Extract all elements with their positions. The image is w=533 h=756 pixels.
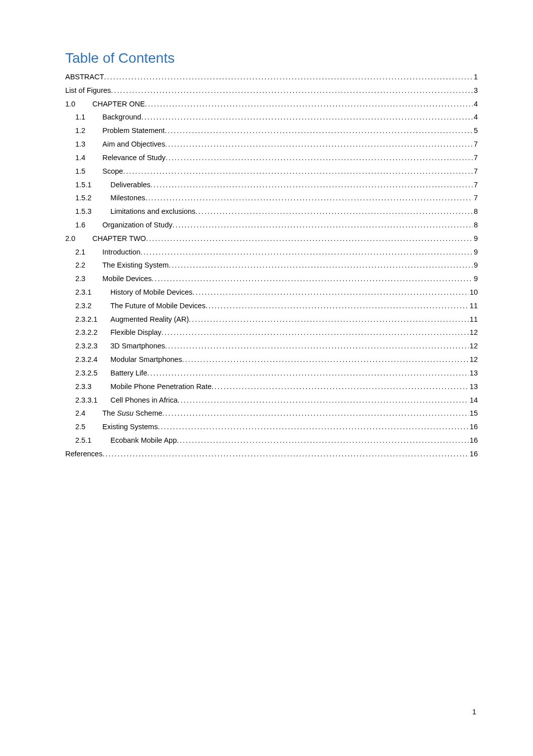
toc-entry-page: 12 [469,339,478,353]
toc-entry-page: 9 [473,245,478,259]
toc-entry[interactable]: 1.5Scope7 [65,165,478,178]
toc-entry-label: Aim and Objectives [102,138,165,151]
toc-leader-dots [145,191,473,205]
toc-entry-number: 2.4 [75,407,102,420]
toc-entry-number: 1.5.2 [75,191,110,205]
toc-entry-number: 2.3.2.3 [75,339,110,353]
toc-leader-dots [162,326,469,339]
toc-leader-dots [141,110,473,124]
toc-entry-number: 2.5.1 [75,434,110,447]
toc-leader-dots [146,232,473,245]
toc-entry[interactable]: 2.3.2.4Modular Smartphones12 [65,353,478,366]
toc-leader-dots [104,70,473,84]
toc-leader-dots [193,286,469,299]
toc-entry-label: Cell Phones in Africa [110,394,178,407]
toc-entry[interactable]: 2.4The Susu Scheme15 [65,407,478,420]
toc-entry-label: List of Figures [65,84,111,97]
toc-leader-dots [158,420,468,434]
toc-entry-label: Battery Life [110,366,147,380]
toc-entry-number: 1.2 [75,124,102,138]
toc-entry-page: 4 [473,97,478,111]
toc-entry-page: 8 [473,205,478,218]
toc-entry-page: 3 [473,84,478,97]
toc-entry-label: Deliverables [110,178,151,192]
toc-entry[interactable]: 1.0CHAPTER ONE4 [65,97,478,111]
toc-entry-page: 13 [469,366,478,380]
toc-entry-number: 1.4 [75,151,102,165]
toc-leader-dots [151,178,473,192]
toc-entry-label: Augmented Reality (AR) [110,313,189,326]
toc-entry[interactable]: 2.1Introduction9 [65,245,478,259]
toc-entry[interactable]: 2.5Existing Systems16 [65,420,478,434]
toc-leader-dots [141,245,473,259]
toc-entry-page: 15 [469,407,478,420]
toc-entry-page: 9 [473,272,478,286]
toc-entry-number: 2.3 [75,272,102,286]
toc-leader-dots [178,394,469,407]
toc-entry-number: 1.5.3 [75,205,110,218]
toc-leader-dots [165,124,473,138]
toc-entry[interactable]: 2.3.2.5Battery Life13 [65,366,478,380]
toc-leader-dots [165,339,469,353]
document-page: Table of Contents ABSTRACT1List of Figur… [0,0,533,481]
toc-entry[interactable]: 2.3Mobile Devices9 [65,272,478,286]
toc-entry[interactable]: 1.1Background4 [65,110,478,124]
toc-entry-label: Relevance of Study [102,151,166,165]
toc-entry-number: 2.0 [65,232,92,245]
toc-entry[interactable]: 2.5.1Ecobank Mobile App16 [65,434,478,447]
toc-entry[interactable]: 2.3.2The Future of Mobile Devices11 [65,299,478,313]
toc-list: ABSTRACT1List of Figures31.0CHAPTER ONE4… [65,70,478,461]
toc-entry-page: 16 [469,447,478,461]
toc-entry-label: CHAPTER ONE [92,97,145,111]
toc-entry[interactable]: 2.3.2.33D Smartphones12 [65,339,478,353]
toc-entry[interactable]: 1.5.1Deliverables7 [65,178,478,192]
toc-entry[interactable]: List of Figures3 [65,84,478,97]
toc-entry-page: 4 [473,110,478,124]
toc-leader-dots [189,313,469,326]
toc-leader-dots [166,151,473,165]
toc-entry[interactable]: 2.2The Existing System9 [65,259,478,272]
toc-entry-label: Mobile Devices [102,272,152,286]
toc-entry-number: 2.3.2.5 [75,366,110,380]
toc-leader-dots [152,272,473,286]
toc-entry-page: 13 [469,380,478,394]
toc-leader-dots [102,447,469,461]
toc-entry[interactable]: 2.3.1History of Mobile Devices10 [65,286,478,299]
toc-entry-number: 2.3.2 [75,299,110,313]
toc-entry[interactable]: 1.4Relevance of Study7 [65,151,478,165]
toc-entry[interactable]: 2.3.3.1Cell Phones in Africa14 [65,394,478,407]
toc-entry[interactable]: 1.2Problem Statement5 [65,124,478,138]
toc-entry-page: 16 [469,434,478,447]
toc-entry-label: The Existing System [102,259,169,272]
toc-entry-label: References [65,447,102,461]
toc-entry-page: 7 [473,151,478,165]
toc-entry-number: 1.6 [75,218,102,232]
toc-leader-dots [169,259,473,272]
toc-entry[interactable]: 2.3.2.1Augmented Reality (AR)11 [65,313,478,326]
toc-entry-page: 12 [469,353,478,366]
toc-entry-page: 7 [473,165,478,178]
toc-entry-number: 2.3.3 [75,380,110,394]
toc-entry[interactable]: 2.3.3Mobile Phone Penetration Rate13 [65,380,478,394]
toc-entry-page: 1 [473,70,478,84]
toc-entry[interactable]: ABSTRACT1 [65,70,478,84]
toc-entry[interactable]: 1.5.3Limitations and exclusions8 [65,205,478,218]
toc-entry-label: Scope [102,165,123,178]
toc-entry-label: Limitations and exclusions [110,205,195,218]
toc-entry[interactable]: 2.3.2.2Flexible Display12 [65,326,478,339]
toc-entry-label: Background [102,110,141,124]
toc-entry[interactable]: 1.6Organization of Study8 [65,218,478,232]
toc-entry-page: 8 [473,218,478,232]
toc-entry[interactable]: References16 [65,447,478,461]
toc-entry-number: 2.2 [75,259,102,272]
toc-entry[interactable]: 1.3Aim and Objectives7 [65,138,478,151]
toc-entry[interactable]: 2.0CHAPTER TWO9 [65,232,478,245]
toc-leader-dots [182,353,469,366]
toc-leader-dots [145,97,473,111]
toc-entry-page: 9 [473,259,478,272]
toc-entry-label: Introduction [102,245,141,259]
toc-entry-page: 7 [473,178,478,192]
toc-entry[interactable]: 1.5.2Milestones7 [65,191,478,205]
toc-leader-dots [212,380,469,394]
toc-entry-page: 7 [473,138,478,151]
